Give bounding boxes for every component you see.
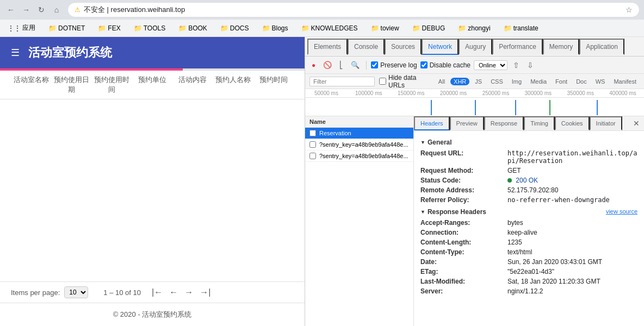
first-page-button[interactable]: |← [150,286,165,298]
filter-input[interactable] [309,77,375,86]
details-tab-response[interactable]: Response [484,116,524,130]
tab-console[interactable]: Console [348,39,385,55]
connection-label: Connection: [420,229,507,236]
hide-data-urls-checkbox[interactable] [379,78,386,85]
col-unit: 预约单位 [132,75,172,95]
tab-sources[interactable]: Sources [385,39,422,55]
back-button[interactable]: ← [4,3,17,16]
remote-address-row: Remote Address: 52.175.79.202:80 [420,185,637,195]
disable-cache-checkbox[interactable] [420,61,428,68]
tab-elements[interactable]: Elements [307,39,348,55]
filter-ws[interactable]: WS [592,78,609,85]
bookmark-translate[interactable]: 📁 translate [500,23,542,33]
bookmark-fex[interactable]: 📁 FEX [95,23,123,33]
download-icon-button[interactable]: ⇩ [525,60,536,71]
bookmark-zhongyi[interactable]: 📁 zhongyi [455,23,493,33]
server-value: nginx/1.12.2 [507,287,543,295]
hide-data-urls-label[interactable]: Hide data URLs [379,74,431,89]
tab-augury[interactable]: Augury [459,39,492,55]
referrer-policy-label: Referrer Policy: [420,196,507,204]
request-item-sentry-2[interactable]: ?sentry_key=a48b9eb9afa448e... [305,151,413,162]
details-tabs: Headers Preview Response Timing Cookies … [414,116,644,131]
bookmark-tools[interactable]: 📁 TOOLS [131,23,169,33]
bookmark-star-icon[interactable]: ☆ [626,5,633,14]
view-source-link[interactable]: view source [606,208,637,215]
pagination-info: 1 – 10 of 10 [103,289,141,297]
response-header-content-type: Content-Type: text/html [420,247,637,257]
bookmark-apps[interactable]: ⋮⋮ 应用 [4,22,39,34]
accept-ranges-value: bytes [507,219,523,227]
timeline-bar-1 [431,100,432,115]
apps-icon: ⋮⋮ [8,24,21,32]
tab-performance[interactable]: Performance [492,39,543,55]
throttle-select[interactable]: Online [474,60,507,70]
upload-icon-button[interactable]: ⇧ [511,60,522,71]
request-item-reservation[interactable]: Reservation [305,128,413,139]
details-tab-headers[interactable]: Headers [414,116,450,130]
response-header-date: Date: Sun, 26 Jan 2020 03:43:01 GMT [420,257,637,267]
request-checkbox-sentry-2[interactable] [309,153,316,159]
bookmark-translate-label: translate [513,24,538,32]
response-headers-section-row: Response Headers view source [420,205,637,218]
bookmark-toview[interactable]: 📁 toview [368,23,403,33]
address-text: 不安全 | reservation.weihanli.top [84,5,622,15]
bookmark-tools-label: TOOLS [144,24,165,32]
etag-value: "5e22ea01-4d3" [507,268,554,275]
filter-js[interactable]: JS [472,78,485,85]
filter-all[interactable]: All [435,78,448,85]
filter-img[interactable]: Img [509,78,525,85]
filter-manifest[interactable]: Manifest [610,78,640,85]
col-use-time: 预约使用时间 [92,75,132,95]
timeline-label-2: 150000 ms [390,90,432,96]
prev-page-button[interactable]: ← [167,286,180,298]
bookmark-knowledges-label: KNOWLEDGES [311,24,358,32]
tab-network[interactable]: Network [422,39,459,55]
preserve-log-checkbox[interactable] [371,61,378,68]
details-close-button[interactable]: ✕ [629,116,644,130]
home-button[interactable]: ⌂ [50,3,63,16]
search-icon-button[interactable]: 🔍 [349,60,362,70]
folder-icon-11: 📁 [504,24,512,32]
items-per-page-select[interactable]: 10 25 50 [64,286,88,298]
record-button[interactable]: ● [309,60,318,70]
last-page-button[interactable]: →| [197,286,213,298]
request-url-row: Request URL: http://reservation.weihanli… [420,148,637,166]
disable-cache-checkbox-label[interactable]: Disable cache [420,61,470,69]
refresh-button[interactable]: ↻ [35,3,48,16]
details-tab-preview[interactable]: Preview [450,116,484,130]
bookmark-docs[interactable]: 📁 DOCS [217,23,252,33]
filter-css[interactable]: CSS [487,78,506,85]
filter-doc[interactable]: Doc [573,78,590,85]
bookmark-blogs[interactable]: 📁 Blogs [259,23,292,33]
request-checkbox-reservation[interactable] [309,130,316,136]
timeline-bar-4 [549,100,550,115]
address-bar[interactable]: ⚠ 不安全 | reservation.weihanli.top ☆ [67,2,640,17]
filter-icon-button[interactable]: ⎣ [337,60,345,70]
filter-font[interactable]: Font [552,78,571,85]
next-page-button[interactable]: → [182,286,195,298]
request-checkbox-sentry-1[interactable] [309,141,316,148]
table-body [0,99,305,281]
filter-media[interactable]: Media [527,78,550,85]
filter-xhr[interactable]: XHR [450,78,469,85]
details-tab-initiator[interactable]: Initiator [590,116,622,130]
bookmark-book[interactable]: 📁 BOOK [175,23,210,33]
site-title: 活动室预约系统 [28,45,112,61]
tab-memory[interactable]: Memory [543,39,579,55]
clear-button[interactable]: 🚫 [321,60,334,70]
details-tab-timing[interactable]: Timing [524,116,555,130]
bookmark-dotnet[interactable]: 📁 DOTNET [45,23,88,33]
folder-icon-7: 📁 [301,24,309,32]
status-dot-icon [507,178,512,183]
folder-icon-6: 📁 [262,24,270,32]
details-content: General Request URL: http://reservation.… [414,131,644,300]
tab-application[interactable]: Application [579,39,624,55]
bookmark-knowledges[interactable]: 📁 KNOWLEDGES [298,23,361,33]
preserve-log-checkbox-label[interactable]: Preserve log [371,61,417,69]
network-body: Name Reservation ?sentry_key=a48b9eb9afa… [305,116,644,326]
hamburger-menu-icon[interactable]: ☰ [11,47,20,59]
details-tab-cookies[interactable]: Cookies [555,116,590,130]
forward-button[interactable]: → [20,3,33,16]
request-item-sentry-1[interactable]: ?sentry_key=a48b9eb9afa448e... [305,139,413,151]
bookmark-debug[interactable]: 📁 DEBUG [409,23,449,33]
